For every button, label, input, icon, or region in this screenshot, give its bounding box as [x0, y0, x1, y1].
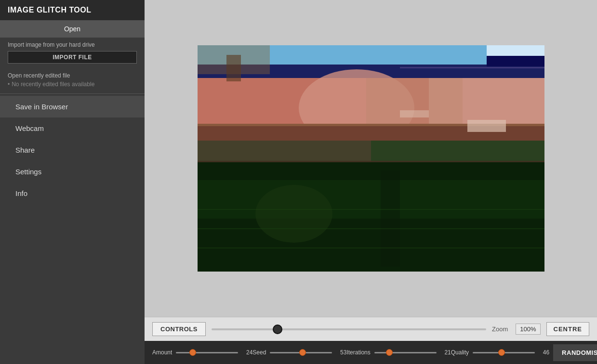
quality-slider-group: Quality 46	[451, 349, 549, 356]
svg-rect-2	[487, 45, 544, 57]
svg-rect-15	[381, 170, 400, 267]
bottom-toolbar: CONTROLS Zoom 100% CENTRE	[145, 317, 597, 341]
sidebar-item-settings[interactable]: Settings	[0, 161, 145, 182]
svg-rect-3	[487, 56, 544, 66]
bullet-icon: •	[8, 81, 10, 88]
seed-slider-group: Seed 53	[252, 349, 346, 356]
controls-button[interactable]: CONTROLS	[152, 322, 206, 336]
sidebar: IMAGE GLITCH TOOL Open Import image from…	[0, 0, 145, 364]
sidebar-item-webcam[interactable]: Webcam	[0, 117, 145, 139]
sidebar-item-save-browser[interactable]: Save in Browser	[0, 96, 145, 117]
svg-rect-13	[198, 180, 544, 219]
recent-section: Open recently edited file • No recently …	[0, 69, 145, 91]
glitch-image	[198, 45, 544, 272]
quality-label: Quality	[451, 349, 469, 356]
sidebar-item-share[interactable]: Share	[0, 139, 145, 161]
iterations-slider-group: Iterations 21	[346, 349, 451, 356]
svg-rect-8	[226, 55, 241, 81]
import-desc: Import image from your hard drive	[0, 38, 145, 51]
zoom-slider-container	[212, 328, 486, 330]
divider	[0, 93, 145, 94]
zoom-value: 100%	[516, 324, 540, 335]
svg-rect-20	[198, 228, 544, 229]
iterations-value: 21	[440, 349, 451, 356]
main-area: CONTROLS Zoom 100% CENTRE Amount 24 Seed…	[145, 0, 597, 364]
amount-label: Amount	[152, 349, 172, 356]
zoom-slider[interactable]	[212, 328, 486, 330]
svg-rect-24	[400, 110, 429, 117]
svg-rect-18	[400, 67, 544, 68]
seed-label: Seed	[252, 349, 266, 356]
iterations-slider[interactable]	[374, 352, 437, 353]
zoom-label: Zoom	[492, 325, 508, 333]
svg-rect-23	[467, 120, 506, 132]
recent-empty-text: No recently edited files available	[12, 81, 94, 88]
quality-value: 46	[539, 349, 549, 356]
seed-value: 53	[336, 349, 346, 356]
svg-rect-17	[198, 161, 544, 162]
sidebar-item-info[interactable]: Info	[0, 182, 145, 204]
amount-slider-group: Amount 24	[152, 349, 252, 356]
svg-rect-21	[198, 247, 544, 248]
glitch-svg	[198, 45, 544, 272]
centre-button[interactable]: CENTRE	[546, 322, 589, 336]
seed-slider[interactable]	[270, 352, 332, 353]
svg-point-14	[255, 185, 332, 243]
svg-rect-11	[198, 141, 371, 162]
open-button[interactable]: Open	[0, 20, 145, 38]
recent-empty: • No recently edited files available	[8, 81, 137, 88]
quality-slider[interactable]	[473, 352, 535, 353]
import-file-button[interactable]: IMPORT FILE	[8, 51, 137, 64]
recent-title: Open recently edited file	[8, 72, 137, 79]
svg-rect-19	[198, 209, 544, 210]
amount-slider[interactable]	[176, 352, 238, 353]
amount-value: 24	[242, 349, 252, 356]
canvas-area	[145, 0, 597, 317]
randomise-button[interactable]: RANDOMISE	[553, 344, 597, 361]
iterations-label: Iterations	[346, 349, 370, 356]
sliders-bar: Amount 24 Seed 53 Iterations 21 Quality …	[145, 341, 597, 364]
app-title: IMAGE GLITCH TOOL	[0, 0, 145, 20]
